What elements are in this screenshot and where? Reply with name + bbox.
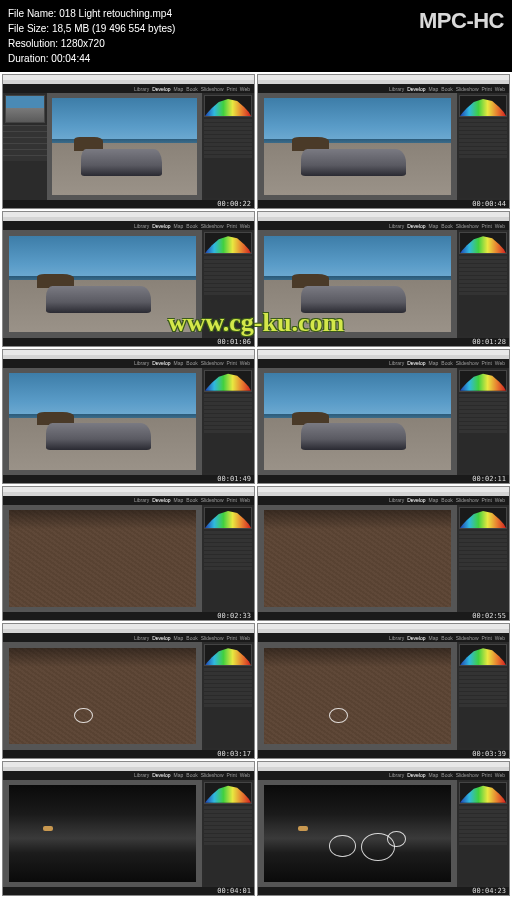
module-tab[interactable]: Slideshow bbox=[201, 360, 224, 366]
adjustment-slider[interactable] bbox=[459, 539, 507, 542]
adjustment-slider[interactable] bbox=[204, 422, 252, 425]
adjustment-slider[interactable] bbox=[204, 398, 252, 401]
module-tab[interactable]: Slideshow bbox=[456, 360, 479, 366]
module-tab[interactable]: Develop bbox=[407, 86, 425, 92]
module-tab[interactable]: Develop bbox=[152, 360, 170, 366]
module-tab[interactable]: Map bbox=[174, 497, 184, 503]
adjustment-slider[interactable] bbox=[204, 151, 252, 154]
adjustment-slider[interactable] bbox=[459, 814, 507, 817]
adjustment-slider[interactable] bbox=[459, 131, 507, 134]
module-tab[interactable]: Print bbox=[227, 360, 237, 366]
adjustment-slider[interactable] bbox=[204, 822, 252, 825]
adjustment-slider[interactable] bbox=[459, 551, 507, 554]
adjustment-slider[interactable] bbox=[459, 284, 507, 287]
module-tab[interactable]: Library bbox=[134, 86, 149, 92]
adjustment-slider[interactable] bbox=[459, 256, 507, 259]
module-tab[interactable]: Book bbox=[441, 360, 452, 366]
module-tab[interactable]: Slideshow bbox=[456, 223, 479, 229]
adjustment-slider[interactable] bbox=[459, 676, 507, 679]
adjustment-slider[interactable] bbox=[204, 704, 252, 707]
module-tab[interactable]: Print bbox=[482, 223, 492, 229]
image-canvas[interactable] bbox=[258, 230, 457, 337]
module-tab[interactable]: Print bbox=[482, 86, 492, 92]
adjustment-slider[interactable] bbox=[459, 426, 507, 429]
adjustment-slider[interactable] bbox=[204, 135, 252, 138]
adjustment-slider[interactable] bbox=[204, 268, 252, 271]
adjustment-slider[interactable] bbox=[204, 155, 252, 158]
adjustment-slider[interactable] bbox=[204, 531, 252, 534]
module-tab[interactable]: Develop bbox=[407, 635, 425, 641]
adjustment-slider[interactable] bbox=[459, 535, 507, 538]
adjustment-slider[interactable] bbox=[204, 288, 252, 291]
adjustment-slider[interactable] bbox=[204, 256, 252, 259]
module-tab[interactable]: Web bbox=[240, 497, 250, 503]
adjustment-slider[interactable] bbox=[459, 567, 507, 570]
adjustment-slider[interactable] bbox=[459, 680, 507, 683]
module-tab[interactable]: Map bbox=[429, 223, 439, 229]
adjustment-slider[interactable] bbox=[204, 410, 252, 413]
adjustment-slider[interactable] bbox=[459, 704, 507, 707]
adjustment-slider[interactable] bbox=[459, 123, 507, 126]
adjustment-slider[interactable] bbox=[204, 814, 252, 817]
adjustment-slider[interactable] bbox=[459, 410, 507, 413]
module-tab[interactable]: Library bbox=[389, 497, 404, 503]
adjustment-slider[interactable] bbox=[204, 535, 252, 538]
adjustment-slider[interactable] bbox=[204, 280, 252, 283]
module-tab[interactable]: Library bbox=[389, 772, 404, 778]
image-canvas[interactable] bbox=[3, 368, 202, 475]
adjustment-slider[interactable] bbox=[459, 688, 507, 691]
module-tab[interactable]: Library bbox=[134, 223, 149, 229]
adjustment-slider[interactable] bbox=[204, 119, 252, 122]
adjustment-slider[interactable] bbox=[204, 826, 252, 829]
module-tab[interactable]: Library bbox=[134, 635, 149, 641]
video-thumbnail[interactable]: LibraryDevelopMapBookSlideshowPrintWeb00… bbox=[2, 74, 255, 209]
module-tab[interactable]: Map bbox=[174, 86, 184, 92]
adjustment-slider[interactable] bbox=[204, 430, 252, 433]
video-thumbnail[interactable]: LibraryDevelopMapBookSlideshowPrintWeb00… bbox=[257, 486, 510, 621]
adjustment-slider[interactable] bbox=[204, 284, 252, 287]
module-tab[interactable]: Slideshow bbox=[201, 635, 224, 641]
module-tab[interactable]: Print bbox=[482, 497, 492, 503]
video-thumbnail[interactable]: LibraryDevelopMapBookSlideshowPrintWeb00… bbox=[257, 211, 510, 346]
adjustment-slider[interactable] bbox=[459, 543, 507, 546]
adjustment-slider[interactable] bbox=[459, 684, 507, 687]
image-canvas[interactable] bbox=[258, 642, 457, 749]
adjustment-slider[interactable] bbox=[459, 414, 507, 417]
module-tab[interactable]: Library bbox=[389, 635, 404, 641]
adjustment-slider[interactable] bbox=[204, 555, 252, 558]
video-thumbnail[interactable]: LibraryDevelopMapBookSlideshowPrintWeb00… bbox=[2, 486, 255, 621]
adjustment-slider[interactable] bbox=[204, 272, 252, 275]
adjustment-slider[interactable] bbox=[204, 688, 252, 691]
adjustment-slider[interactable] bbox=[204, 818, 252, 821]
module-tab[interactable]: Library bbox=[134, 497, 149, 503]
adjustment-slider[interactable] bbox=[204, 559, 252, 562]
adjustment-slider[interactable] bbox=[459, 547, 507, 550]
image-canvas[interactable] bbox=[258, 505, 457, 612]
module-tab[interactable]: Slideshow bbox=[456, 772, 479, 778]
module-tab[interactable]: Web bbox=[240, 772, 250, 778]
adjustment-slider[interactable] bbox=[459, 147, 507, 150]
adjustment-slider[interactable] bbox=[459, 838, 507, 841]
module-tab[interactable]: Web bbox=[495, 223, 505, 229]
module-tab[interactable]: Book bbox=[186, 635, 197, 641]
adjustment-slider[interactable] bbox=[459, 700, 507, 703]
adjustment-slider[interactable] bbox=[204, 567, 252, 570]
adjustment-slider[interactable] bbox=[459, 422, 507, 425]
adjustment-slider[interactable] bbox=[459, 810, 507, 813]
adjustment-slider[interactable] bbox=[204, 418, 252, 421]
image-canvas[interactable] bbox=[258, 780, 457, 887]
adjustment-slider[interactable] bbox=[204, 668, 252, 671]
adjustment-slider[interactable] bbox=[204, 406, 252, 409]
adjustment-slider[interactable] bbox=[459, 268, 507, 271]
adjustment-slider[interactable] bbox=[459, 563, 507, 566]
adjustment-slider[interactable] bbox=[459, 151, 507, 154]
module-tab[interactable]: Web bbox=[495, 360, 505, 366]
adjustment-slider[interactable] bbox=[459, 430, 507, 433]
adjustment-slider[interactable] bbox=[459, 276, 507, 279]
adjustment-slider[interactable] bbox=[204, 834, 252, 837]
module-tab[interactable]: Develop bbox=[152, 223, 170, 229]
module-tab[interactable]: Web bbox=[495, 86, 505, 92]
module-tab[interactable]: Book bbox=[186, 360, 197, 366]
module-tab[interactable]: Map bbox=[429, 86, 439, 92]
module-tab[interactable]: Map bbox=[174, 360, 184, 366]
